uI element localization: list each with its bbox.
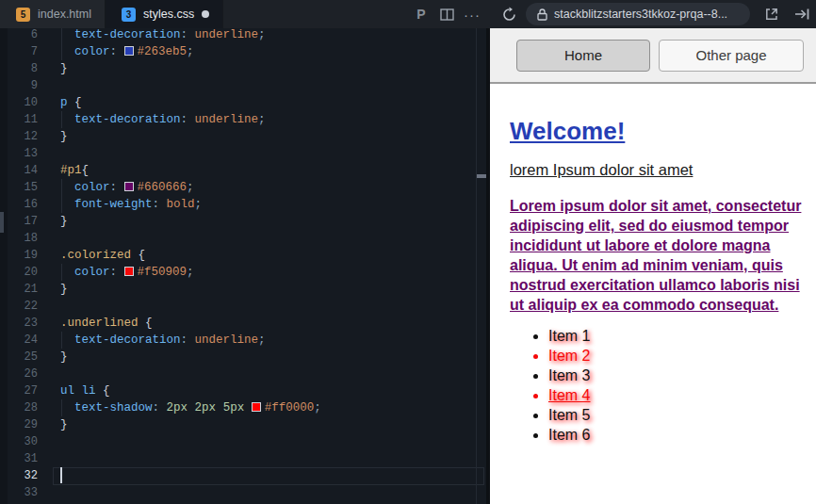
token-prop: color [74,45,110,58]
token-ws [117,266,124,279]
line-content: text-decoration: underline; [60,111,266,128]
code-line[interactable]: 14#p1{ [0,162,488,179]
prettier-icon[interactable]: P [411,0,432,28]
code-line[interactable]: 28 text-shadow: 2px 2px 5px #ff0000; [0,399,488,416]
color-swatch-icon[interactable] [124,46,134,56]
token-ws [60,198,74,211]
token-pun: : [110,266,118,279]
lock-icon [537,8,547,21]
code-line[interactable]: 17} [0,213,488,230]
move-panel-icon[interactable] [790,0,814,28]
code-line[interactable]: 9 [0,77,488,94]
token-pun: ; [314,401,321,415]
code-line[interactable]: 31 [0,450,488,467]
refresh-icon[interactable] [497,0,521,28]
open-external-icon[interactable] [759,0,784,28]
code-editor[interactable]: 6 text-decoration: underline;7 color: #2… [0,28,488,504]
code-line[interactable]: 6 text-decoration: underline; [0,28,488,43]
code-line[interactable]: 33 [0,484,488,501]
line-number: 29 [0,416,38,433]
line-content: ul li { [60,382,110,399]
code-line[interactable]: 16 font-weight: bold; [0,196,488,213]
code-line[interactable]: 11 text-decoration: underline; [0,111,488,128]
code-line[interactable]: 27ul li { [0,382,488,399]
code-line[interactable]: 29} [0,416,488,433]
token-pun: ; [187,45,194,58]
line-number: 16 [0,196,38,213]
code-line[interactable]: 19.colorized { [0,247,488,264]
url-bar[interactable]: stackblitzstarters3tkkoz-prqa--8... [526,3,750,25]
code-line[interactable]: 22 [0,298,488,315]
code-line[interactable]: 20 color: #f50909; [0,264,488,281]
token-brace: { [82,164,90,177]
editor-scrollbar-track[interactable] [476,28,477,504]
code-line[interactable]: 30 [0,433,488,450]
code-line[interactable]: 25} [0,349,488,366]
code-line[interactable]: 23.underlined { [0,315,488,332]
code-line[interactable]: 13 [0,145,488,162]
code-line[interactable]: 26 [0,366,488,382]
line-content: text-decoration: underline; [60,28,266,43]
line-number: 6 [0,28,38,43]
token-ws [188,333,195,347]
split-editor-icon[interactable] [435,0,458,28]
token-pun: ; [258,333,266,347]
line-number: 31 [0,450,38,467]
line-content: } [60,416,68,433]
code-line[interactable]: 32 [0,467,488,484]
token-prop: color [74,181,110,194]
code-line[interactable]: 21} [0,281,488,298]
list-item: Item 5 [548,407,796,427]
color-swatch-icon[interactable] [252,402,261,412]
line-number: 25 [0,349,38,366]
tab-styles.css[interactable]: 3styles.css [106,0,223,28]
line-content: } [60,281,68,298]
line-number: 24 [0,332,38,349]
code-line[interactable]: 18 [0,230,488,247]
list-item: Item 1 [548,328,796,348]
tab-index.html[interactable]: 5index.html [0,0,106,28]
preview-content: Welcome! lorem Ipsum dolor sit amet Lore… [490,84,816,447]
line-number: 17 [0,213,38,230]
code-line[interactable]: 10p { [0,94,488,111]
token-pun: : [181,333,188,347]
token-pun: : [181,28,188,41]
token-pun: ; [195,198,203,211]
token-num: 2px [195,401,217,415]
token-ws [117,45,124,58]
token-sele: li [82,384,96,398]
line-content: .underlined { [60,315,153,332]
token-brace: { [145,317,153,330]
preview-pane: Home Other page Welcome! lorem Ipsum dol… [490,28,816,504]
code-line[interactable]: 12} [0,128,488,145]
line-number: 14 [0,162,38,179]
token-prop: text-decoration [74,28,181,41]
line-content: text-decoration: underline; [60,332,266,349]
code-line[interactable]: 24 text-decoration: underline; [0,332,488,349]
code-line[interactable]: 15 color: #660666; [0,179,488,196]
token-brace: { [74,96,82,109]
url-text: stackblitzstarters3tkkoz-prqa--8... [554,8,727,21]
more-options-icon[interactable]: ··· [461,0,483,28]
color-swatch-icon[interactable] [124,267,134,276]
line-number: 12 [0,128,38,145]
home-button[interactable]: Home [516,40,650,72]
code-line[interactable]: 8} [0,60,488,77]
text-cursor [60,467,62,483]
token-ws [188,401,195,415]
code-line[interactable]: 7 color: #263eb5; [0,43,488,60]
editor-tab-bar: 5index.html3styles.css [0,0,223,28]
top-bar: 5index.html3styles.css P ··· stackblitzs… [0,0,816,28]
color-swatch-icon[interactable] [124,182,134,191]
line-content: color: #f50909; [60,264,194,281]
token-brace: } [60,215,68,228]
line-number: 32 [0,467,38,484]
token-selc: .underlined [60,317,139,330]
other-page-button[interactable]: Other page [659,40,804,72]
token-ws [60,113,74,126]
token-sele: ul [60,384,74,398]
token-ws [60,45,74,58]
token-pun: ; [258,28,266,41]
modified-dot-icon[interactable] [202,10,209,18]
line-content: } [60,213,68,230]
